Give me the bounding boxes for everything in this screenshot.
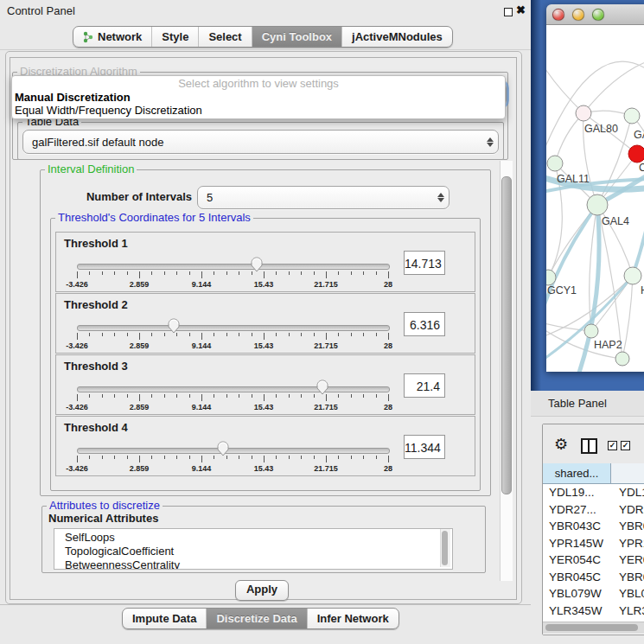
table-column-header[interactable]: shared... [543,463,611,484]
threshold-slider-track[interactable] [77,386,390,392]
slider-tick-label: 15.43 [254,280,274,289]
slider-tick-label: 15.43 [254,403,274,411]
network-node-h-node[interactable] [624,267,641,284]
network-node-gal4[interactable] [587,194,608,215]
tab-style[interactable]: Style [152,27,199,47]
tab-infer-network[interactable]: Infer Network [308,609,399,628]
table-row[interactable]: YDR27...YDR2 [543,501,644,519]
network-node-gal80[interactable] [576,105,591,121]
algorithm-option[interactable]: Manual Discretization [12,91,505,104]
apply-button[interactable]: Apply [235,580,289,601]
tab-impute-data[interactable]: Impute Data [123,609,207,628]
table-row[interactable]: YBR043CYBR0 [543,518,644,535]
table-column-header[interactable]: na [611,463,644,484]
table-cell: YBR043C [543,518,611,535]
tab-jactivemnodules[interactable]: jActiveMNodules [342,27,452,47]
tab-label: Impute Data [132,612,196,625]
checkbox-icon[interactable]: ✓ [621,441,630,450]
table-row[interactable]: YDL19...YDL1 [543,484,644,501]
attribute-list-item[interactable]: BetweennessCentrality [54,558,452,570]
column-layout-icon[interactable] [581,438,597,454]
zoom-light-icon[interactable] [592,9,604,21]
tab-select[interactable]: Select [199,27,252,47]
table-cell: YBL079W [543,585,611,603]
attribute-list-item[interactable]: TopologicalCoefficient [54,545,452,558]
slider-tick-label: 2.859 [130,464,150,473]
table-cell: YBR045C [543,569,611,586]
slider-tick-label: -3.426 [66,464,88,473]
network-node-g-top[interactable] [624,108,640,124]
slider-tick-label: 9.144 [192,341,212,350]
gear-icon[interactable]: ⚙ [554,435,568,453]
threshold-slider-track[interactable] [77,264,390,270]
slider-tick-label: 9.144 [192,464,212,473]
threshold-value-field[interactable]: 11.344 [404,435,445,459]
close-light-icon[interactable] [552,9,564,21]
threshold-panel: Threshold 4 -3.4262.8599.14415.4321.7152… [55,416,475,476]
float-window-icon[interactable] [504,8,513,16]
numerical-attributes-list[interactable]: SelfLoopsTopologicalCoefficientBetweenne… [54,528,453,570]
table-row[interactable]: YPR145WYPR1 [543,535,644,552]
network-node-label: GCY1 [547,284,577,296]
panel-divider [0,604,531,605]
number-of-intervals-label: Number of Intervals [61,190,192,203]
table-row[interactable]: YBR045CYBR0 [543,569,644,586]
network-node-label: C [639,162,644,174]
table-row[interactable]: YBL079WYBL0 [543,585,644,603]
slider-tick-label: 15.43 [254,341,274,350]
slider-tick-label: -3.426 [66,341,88,350]
tab-cyni-toolbox[interactable]: Cyni Toolbox [252,27,342,47]
threshold-slider-thumb[interactable] [167,317,181,335]
control-panel-window: Control Panel ✖ NetworkStyleSelectCyni T… [0,0,644,644]
network-edge[interactable] [583,60,644,113]
algorithm-dropdown-popup: Select algorithm to view settings Manual… [11,75,506,119]
thresholds-title: Threshold's Coordinates for 5 Intervals [55,212,253,224]
popup-header: Select algorithm to view settings [12,77,505,91]
network-node-gal11[interactable] [547,156,563,171]
panel-scrollbar-thumb[interactable] [501,176,512,494]
attribute-list-item[interactable]: SelfLoops [54,529,452,545]
tab-label: Style [162,30,188,43]
algorithm-option[interactable]: Equal Width/Frequency Discretization [12,104,505,117]
table-cell: YDR2 [611,501,644,519]
threshold-slider-track[interactable] [77,448,390,454]
table-header-row: shared...na [543,463,644,484]
slider-tick-label: 28 [384,341,392,350]
table-row[interactable]: YLR345WYLR3 [543,603,644,620]
tab-network[interactable]: Network [73,27,152,47]
slider-tick-label: 2.859 [130,403,150,411]
threshold-panel: Threshold 3 -3.4262.8599.14415.4321.7152… [55,354,475,415]
threshold-slider-track[interactable] [77,325,390,331]
table-row[interactable]: YER054CYER0 [543,552,644,569]
threshold-label: Threshold 2 [64,298,128,311]
table-data-combobox[interactable]: galFiltered.sif default node [22,130,499,154]
combo-arrows-icon [433,193,449,202]
network-edge[interactable] [633,202,644,276]
network-node-hap2[interactable] [584,324,598,338]
slider-tick-label: -3.426 [66,280,88,289]
close-icon[interactable]: ✖ [516,3,526,16]
network-edge[interactable] [597,205,622,359]
threshold-slider-thumb[interactable] [316,379,329,396]
network-canvas[interactable]: GAL80GACGAL11GAL4GCY1HHAP2 [546,25,644,372]
threshold-value-field[interactable]: 14.713 [404,251,445,275]
tab-label: Cyni Toolbox [262,30,332,43]
tab-label: Discretize Data [216,612,296,625]
threshold-value-field[interactable]: 21.4 [404,373,445,398]
table-cell: YLR345W [543,603,611,620]
table-cell: YDL19... [543,484,611,501]
network-node-bottom-node[interactable] [615,352,629,366]
table-hscrollbar-track[interactable] [543,622,644,634]
minimize-light-icon[interactable] [572,9,584,21]
network-edge[interactable] [555,113,583,163]
tab-discretize-data[interactable]: Discretize Data [207,609,307,628]
network-window-titlebar [546,4,644,25]
number-of-intervals-combobox[interactable]: 5 [197,186,450,209]
threshold-value-field[interactable]: 6.316 [404,312,445,336]
network-node-red-node[interactable] [628,145,644,163]
threshold-slider-thumb[interactable] [250,256,264,273]
checkbox-icon[interactable]: ✓ [608,441,617,450]
threshold-slider-thumb[interactable] [216,440,230,457]
table-hscrollbar-thumb[interactable] [545,624,638,631]
list-scrollbar-thumb[interactable] [442,531,448,565]
